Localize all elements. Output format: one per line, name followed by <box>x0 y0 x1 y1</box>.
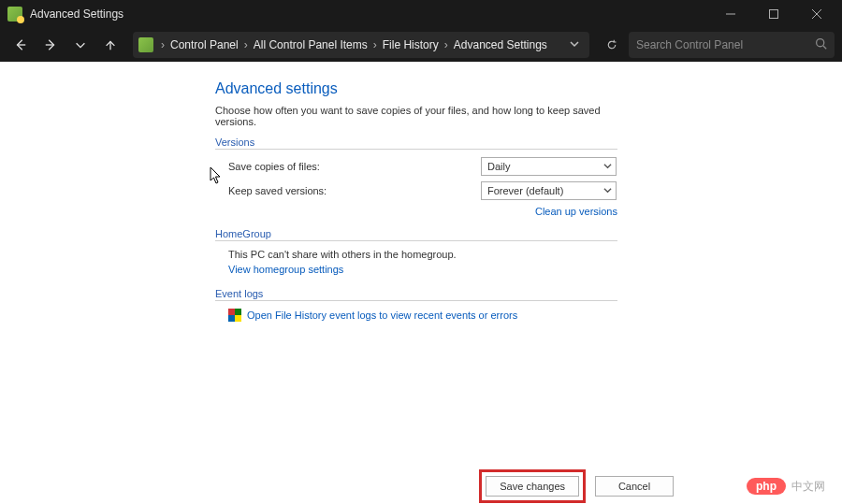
save-copies-value: Daily <box>487 161 510 172</box>
address-dropdown-button[interactable] <box>565 38 584 52</box>
title-bar: Advanced Settings <box>0 0 842 28</box>
up-button[interactable] <box>97 32 123 58</box>
homegroup-settings-link[interactable]: View homegroup settings <box>228 264 617 275</box>
address-bar[interactable]: › Control Panel › All Control Panel Item… <box>133 32 589 58</box>
cleanup-versions-link[interactable]: Clean up versions <box>215 206 617 217</box>
breadcrumb-item[interactable]: All Control Panel Items <box>252 38 370 51</box>
page-title: Advanced settings <box>215 80 617 97</box>
svg-rect-1 <box>770 10 778 19</box>
chevron-down-icon <box>603 161 612 172</box>
chevron-right-icon: › <box>441 38 452 51</box>
annotation-highlight: Save changes <box>479 469 586 503</box>
keep-versions-label: Keep saved versions: <box>228 185 481 196</box>
svg-point-7 <box>817 39 824 47</box>
action-bar: Save changes Cancel <box>0 468 842 504</box>
homegroup-section-header: HomeGroup <box>215 228 617 241</box>
cancel-button[interactable]: Cancel <box>595 476 674 497</box>
search-icon <box>815 37 827 52</box>
breadcrumb-item[interactable]: Advanced Settings <box>452 38 549 51</box>
chevron-right-icon: › <box>370 38 381 51</box>
versions-section-header: Versions <box>215 137 617 150</box>
nav-bar: › Control Panel › All Control Panel Item… <box>0 28 842 62</box>
back-button[interactable] <box>7 32 34 58</box>
homegroup-message: This PC can't share with others in the h… <box>228 249 617 260</box>
shield-icon <box>228 309 241 322</box>
content-area: Advanced settings Choose how often you w… <box>0 62 842 468</box>
close-button[interactable] <box>795 0 838 28</box>
save-copies-label: Save copies of files: <box>228 161 481 172</box>
app-icon <box>7 7 22 22</box>
window-title: Advanced Settings <box>30 7 123 21</box>
forward-button[interactable] <box>37 32 64 58</box>
chevron-right-icon: › <box>157 38 168 51</box>
event-logs-link[interactable]: Open File History event logs to view rec… <box>247 310 517 321</box>
page-description: Choose how often you want to save copies… <box>215 105 617 127</box>
eventlogs-section-header: Event logs <box>215 288 617 301</box>
search-input[interactable] <box>636 38 815 51</box>
save-copies-select[interactable]: Daily <box>481 157 617 176</box>
minimize-button[interactable] <box>709 0 752 28</box>
save-changes-button[interactable]: Save changes <box>486 476 579 497</box>
breadcrumb-item[interactable]: Control Panel <box>168 38 240 51</box>
recent-locations-button[interactable] <box>67 32 94 58</box>
keep-versions-value: Forever (default) <box>487 185 563 196</box>
save-copies-row: Save copies of files: Daily <box>228 157 617 176</box>
breadcrumb-item[interactable]: File History <box>381 38 441 51</box>
control-panel-icon <box>138 37 153 52</box>
maximize-button[interactable] <box>752 0 795 28</box>
svg-line-8 <box>823 46 826 49</box>
keep-versions-select[interactable]: Forever (default) <box>481 181 617 200</box>
chevron-down-icon <box>603 185 612 196</box>
keep-versions-row: Keep saved versions: Forever (default) <box>228 181 617 200</box>
chevron-right-icon: › <box>240 38 252 51</box>
refresh-button[interactable] <box>599 39 625 50</box>
search-box[interactable] <box>629 32 835 58</box>
